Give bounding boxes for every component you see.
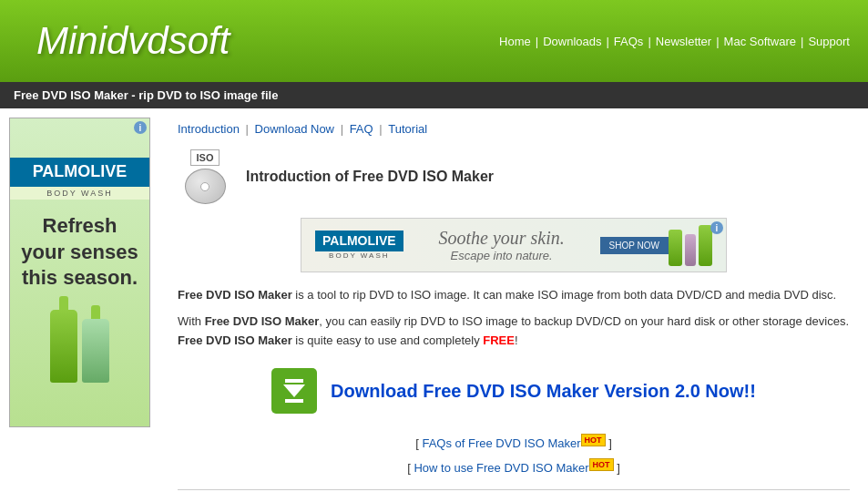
breadcrumb: Introduction | Download Now | FAQ | Tuto… — [178, 118, 850, 149]
faq-link[interactable]: FAQs of Free DVD ISO Maker — [422, 437, 580, 451]
bottle-green2 — [82, 319, 109, 383]
description-para1: Free DVD ISO Maker is a tool to rip DVD … — [178, 286, 850, 305]
breadcrumb-faq[interactable]: FAQ — [350, 122, 373, 136]
product-description: Free DVD ISO Maker is a tool to rip DVD … — [178, 286, 850, 350]
sidebar: i PALMOLIVE BODY WASH Refresh your sense… — [0, 108, 159, 492]
breadcrumb-sep-3: | — [379, 122, 385, 136]
middle-ad-info-icon[interactable]: i — [710, 221, 723, 234]
disc-hole — [200, 182, 209, 191]
middle-ad-slogan2: Escape into nature. — [451, 249, 553, 262]
howto-link-row: [ How to use Free DVD ISO MakerHOT ] — [178, 456, 850, 480]
download-section: Download Free DVD ISO Maker Version 2.0 … — [178, 368, 850, 414]
middle-ad-bottles — [669, 225, 712, 266]
main-layout: i PALMOLIVE BODY WASH Refresh your sense… — [0, 108, 868, 492]
logo[interactable]: Minidvdsoft — [36, 19, 230, 63]
middle-ad-brand-name: PALMOLIVE — [315, 231, 403, 251]
middle-ad-brand: PALMOLIVE BODY WASH — [315, 231, 403, 259]
nav-sep-3: | — [648, 35, 650, 48]
bottle-mini-purple — [685, 234, 696, 266]
download-title[interactable]: Download Free DVD ISO Maker Version 2.0 … — [331, 381, 756, 402]
middle-ad-brand-sub: BODY WASH — [315, 251, 403, 260]
nav-sep-2: | — [606, 35, 608, 48]
sidebar-ad-sub: BODY WASH — [10, 187, 149, 200]
nav-newsletter[interactable]: Newsletter — [656, 35, 711, 48]
product-header: ISO Introduction of Free DVD ISO Maker — [178, 149, 850, 204]
desc1-text: is a tool to rip DVD to ISO image. It ca… — [292, 288, 837, 302]
nav-faqs[interactable]: FAQs — [614, 35, 644, 48]
nav-downloads[interactable]: Downloads — [543, 35, 601, 48]
navigation: Home | Downloads | FAQs | Newsletter | M… — [499, 35, 850, 48]
desc2-bold1: Free DVD ISO Maker — [205, 314, 320, 328]
sidebar-ad-text: Refresh your senses this season. — [10, 200, 149, 305]
desc1-bold: Free DVD ISO Maker — [178, 288, 292, 302]
sidebar-ad-banner: i PALMOLIVE BODY WASH Refresh your sense… — [9, 118, 150, 427]
middle-ad-slogan-area: Soothe your skin. Escape into nature. — [403, 228, 600, 262]
free-suffix: ! — [515, 333, 518, 347]
middle-ad-shop-button[interactable]: SHOP NOW — [600, 237, 669, 254]
bottle-mini-green — [669, 230, 682, 266]
nav-support[interactable]: Support — [808, 35, 850, 48]
iso-icon: ISO — [178, 149, 232, 204]
breadcrumb-sep-2: | — [341, 122, 347, 136]
nav-sep-1: | — [536, 35, 538, 48]
bottom-divider — [178, 489, 850, 490]
faq-link-row: [ FAQs of Free DVD ISO MakerHOT ] — [178, 432, 850, 456]
howto-badge: HOT — [589, 458, 614, 471]
desc2-with: With — [178, 314, 205, 328]
breadcrumb-download-now[interactable]: Download Now — [255, 122, 334, 136]
desc2-bold2: Free DVD ISO Maker — [178, 333, 292, 347]
bottle-green — [50, 310, 77, 383]
nav-mac-software[interactable]: Mac Software — [724, 35, 796, 48]
sidebar-ad-brand: PALMOLIVE — [10, 158, 149, 187]
content-area: Introduction | Download Now | FAQ | Tuto… — [159, 108, 868, 492]
faq-badge: HOT — [581, 434, 606, 446]
breadcrumb-tutorial[interactable]: Tutorial — [388, 122, 427, 136]
desc2-suffix: is quite easy to use and completely — [292, 333, 484, 347]
bottle-mini-green2 — [699, 225, 712, 266]
ad-info-icon[interactable]: i — [134, 121, 147, 134]
download-bar — [285, 379, 303, 383]
description-para2: With Free DVD ISO Maker, you can easily … — [178, 313, 850, 351]
nav-sep-5: | — [801, 35, 803, 48]
desc2-middle: , you can easily rip DVD to ISO image to… — [319, 314, 849, 328]
download-arrow — [283, 384, 305, 397]
nav-sep-4: | — [716, 35, 719, 48]
breadcrumb-introduction[interactable]: Introduction — [178, 122, 240, 136]
page-title-bar: Free DVD ISO Maker - rip DVD to ISO imag… — [0, 82, 868, 108]
disc-shape — [185, 169, 226, 204]
howto-link[interactable]: How to use Free DVD ISO Maker — [414, 461, 588, 475]
middle-ad-banner: i PALMOLIVE BODY WASH Soothe your skin. … — [301, 218, 727, 272]
sidebar-ad-bottles — [46, 305, 114, 387]
product-title: Introduction of Free DVD ISO Maker — [246, 169, 494, 185]
faq-links: [ FAQs of Free DVD ISO MakerHOT ] [ How … — [178, 432, 850, 480]
download-bar2 — [285, 399, 303, 403]
download-icon — [271, 368, 317, 414]
header: Minidvdsoft Home | Downloads | FAQs | Ne… — [0, 0, 868, 82]
middle-ad-slogan1: Soothe your skin. — [438, 228, 564, 249]
breadcrumb-sep-1: | — [246, 122, 252, 136]
free-text: FREE — [483, 333, 515, 347]
nav-home[interactable]: Home — [499, 35, 531, 48]
iso-label: ISO — [190, 149, 220, 166]
page-title: Free DVD ISO Maker - rip DVD to ISO imag… — [14, 88, 278, 102]
